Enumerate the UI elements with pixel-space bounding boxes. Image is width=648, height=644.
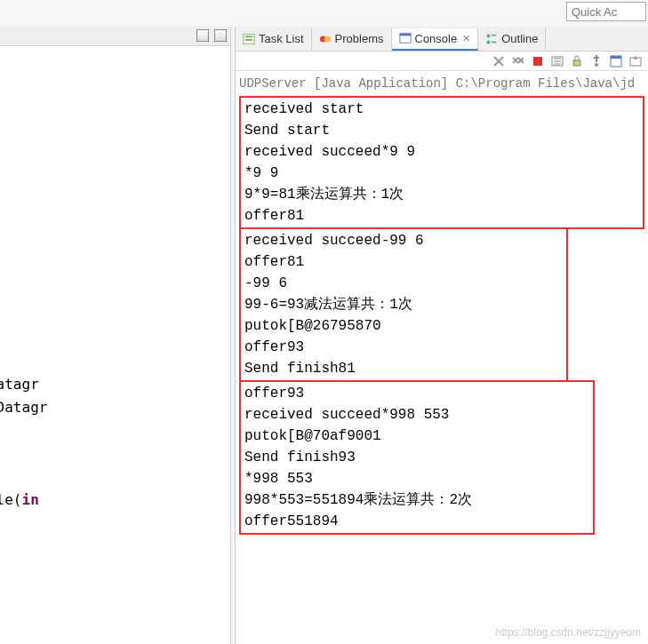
view-tabbar: Task List Problems Console ✕ Outline xyxy=(236,27,648,52)
console-line: offer81 xyxy=(244,205,639,227)
console-line: Send start xyxy=(244,120,639,141)
console-line: received succeed-99 6 xyxy=(244,230,563,251)
svg-rect-11 xyxy=(533,57,542,66)
editor-header xyxy=(0,27,230,46)
problems-icon xyxy=(319,33,332,45)
code-line: ockingQueue<Datagr xyxy=(0,399,47,416)
console-line: Send finish93 xyxy=(244,447,589,468)
tab-label: Task List xyxy=(259,32,304,45)
svg-rect-8 xyxy=(492,34,496,36)
svg-rect-1 xyxy=(245,36,253,37)
quick-access-input[interactable] xyxy=(566,2,646,21)
console-line: -99 6 xyxy=(244,273,563,294)
tab-label: Outline xyxy=(501,32,538,45)
console-line: 998*553=551894乘法运算共：2次 xyxy=(244,489,589,511)
svg-rect-10 xyxy=(492,41,496,43)
console-toolbar xyxy=(236,52,648,71)
task-list-icon xyxy=(243,33,255,45)
console-line: offer93 xyxy=(244,337,563,358)
console-line: received start xyxy=(244,99,639,120)
launch-info: UDPServer [Java Application] C:\Program … xyxy=(239,73,644,94)
svg-rect-9 xyxy=(487,40,491,44)
console-line: 99-6=93减法运算共：1次 xyxy=(244,294,563,315)
remove-all-icon[interactable] xyxy=(511,54,525,68)
close-icon[interactable]: ✕ xyxy=(462,33,470,44)
console-line: offer81 xyxy=(244,251,563,273)
terminate-icon[interactable] xyxy=(531,54,545,68)
keyword: in xyxy=(22,491,39,508)
views-pane: Task List Problems Console ✕ Outline xyxy=(235,27,648,644)
svg-point-14 xyxy=(595,63,598,67)
tab-console[interactable]: Console ✕ xyxy=(392,28,479,51)
source-code[interactable]: ckingQueue<Datagr ockingQueue<Datagr ket… xyxy=(0,373,47,512)
svg-rect-16 xyxy=(611,56,621,59)
open-console-icon[interactable] xyxy=(628,54,643,68)
console-line: putok[B@70af9001 xyxy=(244,425,589,447)
console-line: Send finish81 xyxy=(244,358,563,379)
code-line: ckingQueue<Datagr xyxy=(0,376,39,393)
console-icon xyxy=(399,32,412,44)
display-selected-icon[interactable] xyxy=(609,54,623,68)
highlight-box-1: received start Send start received succe… xyxy=(239,96,644,229)
maximize-icon[interactable] xyxy=(214,29,227,42)
remove-launch-icon[interactable] xyxy=(492,54,506,68)
minimize-icon[interactable] xyxy=(196,29,209,42)
pin-console-icon[interactable] xyxy=(589,54,604,68)
tab-problems[interactable]: Problems xyxy=(312,28,392,49)
outline-icon xyxy=(485,33,498,45)
watermark: https://blog.csdn.net/zzjjyyeom xyxy=(496,626,641,639)
editor-pane: ckingQueue<Datagr ockingQueue<Datagr ket… xyxy=(0,27,231,644)
scroll-lock-icon[interactable] xyxy=(570,54,584,68)
clear-console-icon[interactable] xyxy=(550,54,564,68)
svg-rect-7 xyxy=(487,34,491,37)
svg-rect-6 xyxy=(399,34,410,36)
highlight-box-2: – received succeed-99 6 offer81 -99 6 99… xyxy=(239,227,568,382)
svg-rect-2 xyxy=(245,39,253,41)
svg-point-4 xyxy=(324,36,331,42)
console-line: received succeed*998 553 xyxy=(244,404,589,425)
highlight-box-3: – offer93 received succeed*998 553 putok… xyxy=(239,380,595,535)
console-output[interactable]: UDPServer [Java Application] C:\Program … xyxy=(236,71,648,644)
tab-label: Problems xyxy=(335,32,384,45)
console-line: 9*9=81乘法运算共：1次 xyxy=(244,184,639,205)
tab-label: Console xyxy=(415,32,458,45)
code-line: Thread_Recycle( xyxy=(0,491,22,508)
svg-rect-13 xyxy=(573,60,580,66)
console-line: offer93 xyxy=(244,383,589,404)
main-layout: ckingQueue<Datagr ockingQueue<Datagr ket… xyxy=(0,0,648,644)
tab-task-list[interactable]: Task List xyxy=(236,28,312,49)
console-line: *998 553 xyxy=(244,468,589,489)
tab-outline[interactable]: Outline xyxy=(478,28,546,49)
console-line: *9 9 xyxy=(244,163,639,184)
console-line: putok[B@26795870 xyxy=(244,315,563,337)
console-line: offer551894 xyxy=(244,511,589,532)
console-line: received succeed*9 9 xyxy=(244,141,639,163)
